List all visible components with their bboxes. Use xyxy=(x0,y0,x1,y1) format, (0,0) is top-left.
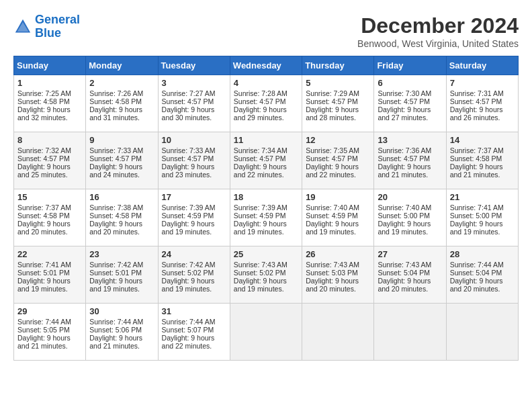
daylight-label: Daylight: 9 hours and 26 minutes. xyxy=(450,105,503,122)
sunrise: Sunrise: 7:44 AM xyxy=(89,318,143,326)
daylight-label: Daylight: 9 hours and 28 minutes. xyxy=(306,105,359,122)
sunrise: Sunrise: 7:44 AM xyxy=(450,261,504,269)
calendar-cell: 11Sunrise: 7:34 AMSunset: 4:57 PMDayligh… xyxy=(230,132,302,189)
sunrise: Sunrise: 7:42 AM xyxy=(89,261,143,269)
sunrise: Sunrise: 7:40 AM xyxy=(306,203,359,212)
calendar-cell: 10Sunrise: 7:33 AMSunset: 4:57 PMDayligh… xyxy=(158,132,230,189)
sunset: Sunset: 5:02 PM xyxy=(234,269,286,277)
calendar-cell: 1Sunrise: 7:25 AMSunset: 4:58 PMDaylight… xyxy=(14,75,86,132)
daylight-label: Daylight: 9 hours and 22 minutes. xyxy=(306,163,359,179)
logo-icon xyxy=(13,17,32,36)
sunrise: Sunrise: 7:31 AM xyxy=(450,89,504,97)
daylight-label: Daylight: 9 hours and 21 minutes. xyxy=(450,163,503,179)
logo-text: General Blue xyxy=(35,13,80,40)
sunrise: Sunrise: 7:39 AM xyxy=(162,203,216,212)
calendar-cell: 5Sunrise: 7:29 AMSunset: 4:57 PMDaylight… xyxy=(302,75,374,132)
daylight-label: Daylight: 9 hours and 20 minutes. xyxy=(306,277,359,293)
sunset: Sunset: 4:57 PM xyxy=(234,97,286,105)
calendar-cell: 4Sunrise: 7:28 AMSunset: 4:57 PMDaylight… xyxy=(230,75,302,132)
sunset: Sunset: 4:57 PM xyxy=(450,97,502,105)
sunrise: Sunrise: 7:36 AM xyxy=(378,146,431,154)
location: Benwood, West Virginia, United States xyxy=(357,38,519,49)
daylight-label: Daylight: 9 hours and 21 minutes. xyxy=(89,334,142,350)
sunrise: Sunrise: 7:43 AM xyxy=(234,261,287,269)
daylight-label: Daylight: 9 hours and 20 minutes. xyxy=(89,220,142,236)
month-title: December 2024 xyxy=(357,13,519,38)
sunrise: Sunrise: 7:37 AM xyxy=(17,203,71,212)
day-number: 30 xyxy=(89,306,154,316)
calendar-cell xyxy=(446,304,518,361)
day-number: 16 xyxy=(89,192,154,202)
calendar-cell: 9Sunrise: 7:33 AMSunset: 4:57 PMDaylight… xyxy=(86,132,158,189)
calendar-week-row: 15Sunrise: 7:37 AMSunset: 4:58 PMDayligh… xyxy=(14,189,519,246)
day-number: 5 xyxy=(306,78,370,88)
sunrise: Sunrise: 7:39 AM xyxy=(234,203,287,212)
daylight-label: Daylight: 9 hours and 19 minutes. xyxy=(378,220,431,236)
calendar-cell: 22Sunrise: 7:41 AMSunset: 5:01 PMDayligh… xyxy=(14,246,86,304)
sunset: Sunset: 4:57 PM xyxy=(306,97,358,105)
day-number: 20 xyxy=(378,192,442,202)
calendar-cell xyxy=(302,304,374,361)
sunrise: Sunrise: 7:37 AM xyxy=(450,146,504,154)
sunset: Sunset: 4:57 PM xyxy=(89,154,142,163)
logo: General Blue xyxy=(13,13,80,40)
calendar-cell: 25Sunrise: 7:43 AMSunset: 5:02 PMDayligh… xyxy=(230,246,302,304)
calendar-week-row: 22Sunrise: 7:41 AMSunset: 5:01 PMDayligh… xyxy=(14,246,519,304)
sunrise: Sunrise: 7:43 AM xyxy=(306,261,359,269)
calendar-cell: 16Sunrise: 7:38 AMSunset: 4:58 PMDayligh… xyxy=(86,189,158,246)
calendar-cell: 31Sunrise: 7:44 AMSunset: 5:07 PMDayligh… xyxy=(158,304,230,361)
calendar-week-row: 29Sunrise: 7:44 AMSunset: 5:05 PMDayligh… xyxy=(14,304,519,361)
day-number: 23 xyxy=(89,249,154,259)
title-block: December 2024 Benwood, West Virginia, Un… xyxy=(357,13,519,49)
daylight-label: Daylight: 9 hours and 19 minutes. xyxy=(234,220,287,236)
calendar-cell: 13Sunrise: 7:36 AMSunset: 4:57 PMDayligh… xyxy=(374,132,446,189)
calendar-cell: 30Sunrise: 7:44 AMSunset: 5:06 PMDayligh… xyxy=(86,304,158,361)
day-number: 12 xyxy=(306,135,370,145)
sunset: Sunset: 4:57 PM xyxy=(17,154,70,163)
day-number: 9 xyxy=(89,135,154,145)
daylight-label: Daylight: 9 hours and 21 minutes. xyxy=(17,334,71,350)
sunset: Sunset: 5:02 PM xyxy=(162,269,214,277)
calendar-cell: 7Sunrise: 7:31 AMSunset: 4:57 PMDaylight… xyxy=(446,75,518,132)
day-number: 25 xyxy=(234,249,298,259)
sunset: Sunset: 4:57 PM xyxy=(378,97,430,105)
sunrise: Sunrise: 7:35 AM xyxy=(306,146,359,154)
calendar-cell: 8Sunrise: 7:32 AMSunset: 4:57 PMDaylight… xyxy=(14,132,86,189)
sunset: Sunset: 5:05 PM xyxy=(17,326,70,334)
day-number: 13 xyxy=(378,135,442,145)
sunset: Sunset: 4:57 PM xyxy=(306,154,358,163)
daylight-label: Daylight: 9 hours and 31 minutes. xyxy=(89,105,142,122)
calendar-cell: 14Sunrise: 7:37 AMSunset: 4:58 PMDayligh… xyxy=(446,132,518,189)
daylight-label: Daylight: 9 hours and 23 minutes. xyxy=(162,163,215,179)
header-cell-tuesday: Tuesday xyxy=(158,56,230,75)
header-cell-sunday: Sunday xyxy=(14,56,86,75)
sunrise: Sunrise: 7:30 AM xyxy=(378,89,431,97)
daylight-label: Daylight: 9 hours and 30 minutes. xyxy=(162,105,215,122)
sunset: Sunset: 4:59 PM xyxy=(162,212,214,220)
header-cell-monday: Monday xyxy=(86,56,158,75)
calendar-week-row: 1Sunrise: 7:25 AMSunset: 4:58 PMDaylight… xyxy=(14,75,519,132)
daylight-label: Daylight: 9 hours and 25 minutes. xyxy=(17,163,71,179)
day-number: 15 xyxy=(17,192,82,202)
day-number: 6 xyxy=(378,78,442,88)
daylight-label: Daylight: 9 hours and 20 minutes. xyxy=(450,277,503,293)
day-number: 26 xyxy=(306,249,370,259)
sunset: Sunset: 4:59 PM xyxy=(306,212,358,220)
sunset: Sunset: 5:00 PM xyxy=(378,212,430,220)
calendar-cell: 28Sunrise: 7:44 AMSunset: 5:04 PMDayligh… xyxy=(446,246,518,304)
sunset: Sunset: 4:57 PM xyxy=(162,97,214,105)
daylight-label: Daylight: 9 hours and 19 minutes. xyxy=(89,277,142,293)
calendar-cell: 17Sunrise: 7:39 AMSunset: 4:59 PMDayligh… xyxy=(158,189,230,246)
calendar-cell: 23Sunrise: 7:42 AMSunset: 5:01 PMDayligh… xyxy=(86,246,158,304)
calendar-header-row: SundayMondayTuesdayWednesdayThursdayFrid… xyxy=(14,56,519,75)
sunrise: Sunrise: 7:25 AM xyxy=(17,89,71,97)
daylight-label: Daylight: 9 hours and 20 minutes. xyxy=(378,277,431,293)
sunset: Sunset: 5:01 PM xyxy=(17,269,70,277)
day-number: 21 xyxy=(450,192,515,202)
calendar-week-row: 8Sunrise: 7:32 AMSunset: 4:57 PMDaylight… xyxy=(14,132,519,189)
calendar-cell: 21Sunrise: 7:41 AMSunset: 5:00 PMDayligh… xyxy=(446,189,518,246)
sunset: Sunset: 4:57 PM xyxy=(162,154,214,163)
sunrise: Sunrise: 7:43 AM xyxy=(378,261,431,269)
sunrise: Sunrise: 7:42 AM xyxy=(162,261,216,269)
day-number: 11 xyxy=(234,135,298,145)
